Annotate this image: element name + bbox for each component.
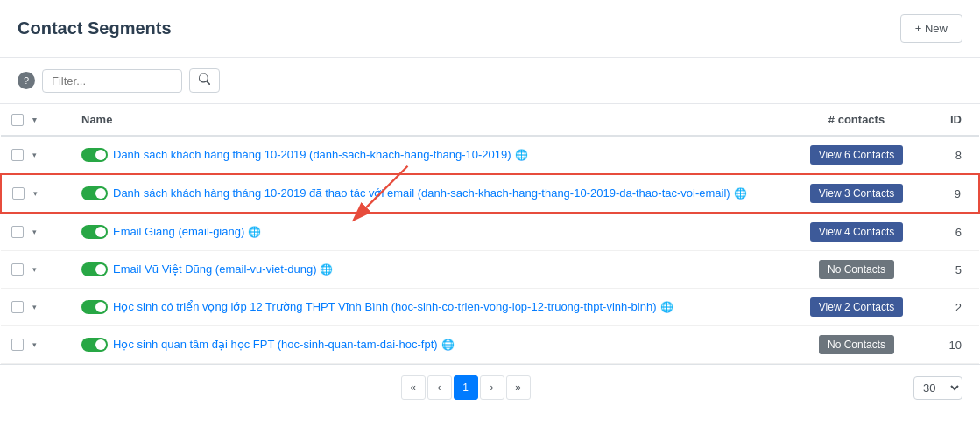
row-checkbox[interactable] xyxy=(11,149,24,161)
last-page-button[interactable]: » xyxy=(506,375,531,400)
table-row: ▾Học sinh có triển vọng lớp 12 Trường TH… xyxy=(1,289,979,326)
globe-icon: 🌐 xyxy=(660,301,673,313)
new-button[interactable]: + New xyxy=(900,14,962,43)
name-column-header: Name xyxy=(71,104,786,136)
row-chevron[interactable]: ▾ xyxy=(29,264,39,275)
row-checkbox[interactable] xyxy=(11,339,24,351)
contacts-button[interactable]: View 4 Contacts xyxy=(810,222,904,242)
globe-icon: 🌐 xyxy=(320,263,333,276)
globe-icon: 🌐 xyxy=(515,149,528,161)
contacts-button[interactable]: No Contacts xyxy=(819,335,894,354)
row-checkbox[interactable] xyxy=(11,263,24,276)
select-all-checkbox[interactable] xyxy=(11,114,24,126)
contacts-button[interactable]: View 2 Contacts xyxy=(810,298,904,317)
segment-toggle[interactable] xyxy=(81,225,108,239)
segment-toggle[interactable] xyxy=(81,186,108,200)
help-icon[interactable]: ? xyxy=(18,72,35,89)
segment-name-link[interactable]: Danh sách khách hàng tháng 10-2019 (danh… xyxy=(113,148,511,161)
segment-name-link[interactable]: Học sinh có triển vọng lớp 12 Trường THP… xyxy=(113,300,657,313)
contacts-column-header: # contacts xyxy=(786,104,927,136)
row-chevron[interactable]: ▾ xyxy=(29,302,39,312)
contacts-button[interactable]: View 6 Contacts xyxy=(810,145,904,164)
segment-toggle[interactable] xyxy=(81,262,108,276)
table-row: ▾Danh sách khách hàng tháng 10-2019 (dan… xyxy=(1,136,979,174)
segment-name-link[interactable]: Email Vũ Việt Dũng (email-vu-viet-dung) xyxy=(113,262,316,276)
row-chevron[interactable]: ▾ xyxy=(29,227,39,237)
next-page-button[interactable]: › xyxy=(480,375,504,400)
per-page-select[interactable]: 30 50 100 xyxy=(913,376,962,400)
row-id: 9 xyxy=(927,174,979,213)
row-id: 8 xyxy=(927,136,979,174)
row-id: 6 xyxy=(927,213,979,251)
table-row: ▾Học sinh quan tâm đại học FPT (hoc-sinh… xyxy=(1,326,979,364)
id-column-header: ID xyxy=(927,104,979,136)
page-title: Contact Segments xyxy=(18,18,172,38)
row-id: 5 xyxy=(927,251,979,289)
globe-icon: 🌐 xyxy=(441,339,455,351)
contacts-button[interactable]: No Contacts xyxy=(819,260,894,279)
current-page-button[interactable]: 1 xyxy=(454,375,478,400)
row-chevron[interactable]: ▾ xyxy=(30,188,40,199)
table-row: ▾Email Giang (email-giang)🌐View 4 Contac… xyxy=(1,213,979,251)
segment-toggle[interactable] xyxy=(81,300,108,314)
prev-page-button[interactable]: ‹ xyxy=(427,375,452,400)
row-chevron[interactable]: ▾ xyxy=(29,150,39,160)
segment-name-link[interactable]: Học sinh quan tâm đại học FPT (hoc-sinh-… xyxy=(113,338,438,351)
filter-input[interactable] xyxy=(42,69,182,93)
globe-icon: 🌐 xyxy=(734,187,747,200)
row-checkbox[interactable] xyxy=(11,301,24,313)
row-checkbox[interactable] xyxy=(12,187,25,200)
select-all-chevron[interactable]: ▾ xyxy=(29,115,39,125)
search-icon xyxy=(199,74,210,85)
search-button[interactable] xyxy=(189,68,220,93)
row-id: 10 xyxy=(927,326,979,364)
first-page-button[interactable]: « xyxy=(401,375,426,400)
segment-toggle[interactable] xyxy=(81,338,108,352)
row-chevron[interactable]: ▾ xyxy=(29,340,39,350)
table-row: ▾Danh sách khách hàng tháng 10-2019 đã t… xyxy=(1,174,979,213)
row-checkbox[interactable] xyxy=(11,226,24,238)
globe-icon: 🌐 xyxy=(248,226,261,238)
contacts-button[interactable]: View 3 Contacts xyxy=(810,184,904,203)
segment-name-link[interactable]: Email Giang (email-giang) xyxy=(113,225,244,238)
select-all-header: ▾ xyxy=(1,104,71,136)
row-id: 2 xyxy=(927,289,979,326)
segment-toggle[interactable] xyxy=(81,148,108,162)
segment-name-link[interactable]: Danh sách khách hàng tháng 10-2019 đã th… xyxy=(113,186,730,200)
pagination: « ‹ 1 › » xyxy=(401,375,531,400)
table-row: ▾Email Vũ Việt Dũng (email-vu-viet-dung)… xyxy=(1,251,979,289)
